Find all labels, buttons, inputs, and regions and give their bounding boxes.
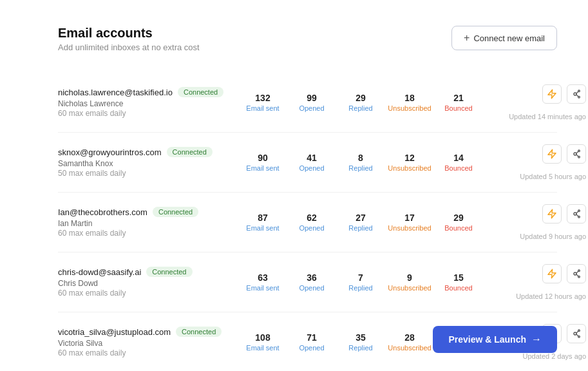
- account-info: sknox@growyourintros.com Connected Saman…: [58, 147, 238, 178]
- stat-opened: 99 Opened: [287, 93, 336, 112]
- connection-icon-button[interactable]: [567, 204, 586, 224]
- stat-label-replied: Replied: [336, 164, 385, 172]
- stat-bounced: 21 Bounced: [434, 93, 483, 112]
- account-info: chris-dowd@saasify.ai Connected Chris Do…: [58, 267, 238, 298]
- account-actions: Updated 9 hours ago: [483, 204, 586, 240]
- stat-value-email-sent: 90: [238, 153, 287, 163]
- svg-point-5: [574, 153, 576, 155]
- account-name: Nicholas Lawrence: [58, 99, 238, 108]
- account-email-row: vicotria_silva@justupload.com Connected: [58, 327, 238, 337]
- connection-icon-button[interactable]: [567, 324, 586, 343]
- actions-icons: [542, 84, 586, 104]
- account-stats: 132 Email sent 99 Opened 29 Replied 18 U…: [238, 93, 483, 112]
- connection-icon: [571, 209, 582, 219]
- account-email: Ian@thecobrothers.com: [58, 207, 147, 217]
- page-title: Email accounts: [58, 26, 200, 41]
- stat-value-unsubscribed: 18: [385, 93, 434, 103]
- account-row: chris-dowd@saasify.ai Connected Chris Do…: [58, 252, 557, 312]
- header-text: Email accounts Add unlimited inboxes at …: [58, 26, 200, 52]
- account-email: nicholas.lawrence@taskified.io: [58, 88, 173, 97]
- actions-icons: [542, 264, 586, 283]
- lightning-icon-button[interactable]: [542, 144, 562, 164]
- stat-value-unsubscribed: 9: [385, 272, 434, 283]
- stat-label-opened: Opened: [287, 104, 336, 112]
- stat-value-opened: 99: [287, 93, 336, 103]
- lightning-icon-button[interactable]: [542, 204, 562, 224]
- stat-label-opened: Opened: [287, 344, 336, 352]
- stat-unsubscribed: 28 Unsubscribed: [385, 332, 434, 352]
- stat-label-opened: Opened: [287, 164, 336, 172]
- account-actions: Updated 12 hours ago: [483, 264, 586, 300]
- account-limit: 60 max emails daily: [58, 348, 238, 357]
- stat-label-unsubscribed: Unsubscribed: [385, 224, 434, 232]
- status-badge: Connected: [153, 207, 198, 217]
- connection-icon-button[interactable]: [567, 84, 586, 104]
- stat-replied: 7 Replied: [336, 272, 385, 292]
- preview-launch-button[interactable]: Preview & Launch →: [433, 326, 557, 353]
- lightning-icon: [547, 269, 557, 279]
- stat-opened: 36 Opened: [287, 272, 336, 292]
- stat-opened: 41 Opened: [287, 153, 336, 172]
- connection-icon-button[interactable]: [567, 144, 586, 164]
- account-info: nicholas.lawrence@taskified.io Connected…: [58, 87, 238, 118]
- svg-line-13: [576, 211, 578, 213]
- account-stats: 90 Email sent 41 Opened 8 Replied 12 Uns…: [238, 153, 483, 172]
- stat-label-opened: Opened: [287, 224, 336, 232]
- stat-replied: 8 Replied: [336, 153, 385, 172]
- account-stats: 87 Email sent 62 Opened 27 Replied 17 Un…: [238, 213, 483, 232]
- stat-value-email-sent: 108: [238, 332, 287, 343]
- stat-value-replied: 8: [336, 153, 385, 163]
- stat-value-bounced: 29: [434, 213, 483, 223]
- updated-text: Updated 5 hours ago: [520, 173, 586, 180]
- svg-point-10: [574, 213, 576, 215]
- account-email-row: Ian@thecobrothers.com Connected: [58, 207, 238, 217]
- lightning-icon-button[interactable]: [542, 84, 562, 104]
- stat-label-email-sent: Email sent: [238, 284, 287, 292]
- stat-replied: 35 Replied: [336, 332, 385, 352]
- arrow-icon: →: [531, 334, 542, 345]
- stat-label-replied: Replied: [336, 284, 385, 292]
- account-email-row: nicholas.lawrence@taskified.io Connected: [58, 87, 238, 97]
- account-name: Ian Martin: [58, 219, 238, 228]
- svg-point-15: [574, 272, 576, 275]
- page-container: Email accounts Add unlimited inboxes at …: [0, 0, 588, 371]
- page-subtitle: Add unlimited inboxes at no extra cost: [58, 43, 200, 52]
- stat-value-bounced: 14: [434, 153, 483, 163]
- account-limit: 60 max emails daily: [58, 109, 238, 118]
- connection-icon: [571, 269, 582, 279]
- account-email: vicotria_silva@justupload.com: [58, 327, 171, 337]
- svg-line-18: [576, 271, 578, 273]
- account-limit: 60 max emails daily: [58, 289, 238, 298]
- svg-line-19: [576, 274, 578, 276]
- svg-line-3: [576, 91, 578, 93]
- stat-value-replied: 7: [336, 272, 385, 283]
- account-row: sknox@growyourintros.com Connected Saman…: [58, 133, 557, 193]
- preview-launch-label: Preview & Launch: [448, 334, 526, 345]
- stat-value-opened: 71: [287, 332, 336, 343]
- stat-value-replied: 27: [336, 213, 385, 223]
- stat-bounced: 29 Bounced: [434, 213, 483, 232]
- connection-icon-button[interactable]: [567, 264, 586, 283]
- stat-label-unsubscribed: Unsubscribed: [385, 284, 434, 292]
- stat-unsubscribed: 18 Unsubscribed: [385, 93, 434, 112]
- account-email: sknox@growyourintros.com: [58, 147, 162, 157]
- lightning-icon-button[interactable]: [542, 264, 562, 283]
- stat-email-sent: 132 Email sent: [238, 93, 287, 112]
- svg-line-9: [576, 155, 578, 157]
- stat-value-replied: 35: [336, 332, 385, 343]
- connect-new-email-button[interactable]: + Connect new email: [451, 26, 557, 50]
- account-info: vicotria_silva@justupload.com Connected …: [58, 327, 238, 357]
- stat-value-unsubscribed: 17: [385, 213, 434, 223]
- stat-replied: 27 Replied: [336, 213, 385, 232]
- account-row: nicholas.lawrence@taskified.io Connected…: [58, 73, 557, 133]
- account-info: Ian@thecobrothers.com Connected Ian Mart…: [58, 207, 238, 238]
- account-row: Ian@thecobrothers.com Connected Ian Mart…: [58, 193, 557, 252]
- stat-value-opened: 36: [287, 272, 336, 283]
- account-limit: 60 max emails daily: [58, 229, 238, 238]
- stat-label-replied: Replied: [336, 104, 385, 112]
- stat-unsubscribed: 9 Unsubscribed: [385, 272, 434, 292]
- connection-icon: [571, 89, 582, 99]
- stat-value-email-sent: 63: [238, 272, 287, 283]
- lightning-icon: [547, 209, 557, 219]
- stat-bounced: 15 Bounced: [434, 272, 483, 292]
